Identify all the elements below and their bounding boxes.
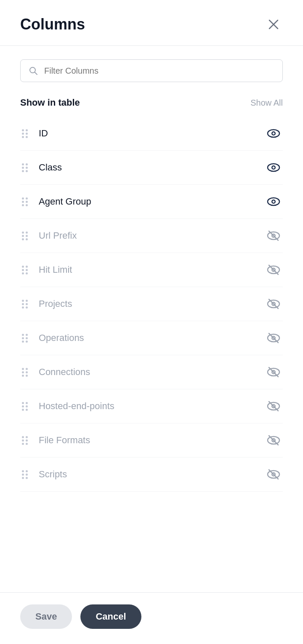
section-title: Show in table [20, 97, 80, 108]
svg-point-6 [273, 133, 275, 135]
column-label-agent-group: Agent Group [39, 196, 264, 207]
column-label-projects: Projects [39, 298, 264, 309]
visibility-toggle-operations[interactable] [264, 329, 283, 347]
close-button[interactable] [264, 15, 283, 34]
column-label-connections: Connections [39, 367, 264, 378]
show-all-button[interactable]: Show All [250, 98, 283, 108]
visibility-toggle-projects[interactable] [264, 295, 283, 313]
column-item-url-prefix: Url Prefix [20, 219, 283, 253]
column-item-class: Class [20, 151, 283, 185]
column-label-id: ID [39, 128, 264, 139]
column-item-scripts: Scripts [20, 458, 283, 492]
save-button[interactable]: Save [20, 604, 72, 629]
columns-panel: Columns Show in table Show All [0, 0, 303, 644]
visibility-toggle-hosted-end-points[interactable] [264, 397, 283, 415]
svg-line-3 [35, 72, 37, 75]
column-item-connections: Connections [20, 355, 283, 389]
section-header: Show in table Show All [20, 97, 283, 108]
drag-handle-id[interactable] [20, 128, 29, 140]
column-item-file-formats: File Formats [20, 423, 283, 458]
drag-handle-projects[interactable] [20, 298, 29, 310]
panel-body: Show in table Show All ID [0, 46, 303, 592]
column-label-operations: Operations [39, 333, 264, 343]
column-item-agent-group: Agent Group [20, 185, 283, 219]
drag-handle-agent-group[interactable] [20, 196, 29, 208]
search-container [20, 59, 283, 82]
visibility-toggle-id[interactable] [264, 124, 283, 143]
visibility-toggle-file-formats[interactable] [264, 431, 283, 450]
column-label-hit-limit: Hit Limit [39, 264, 264, 275]
drag-handle-hosted-end-points[interactable] [20, 400, 29, 412]
column-label-class: Class [39, 162, 264, 173]
svg-point-9 [273, 167, 275, 169]
search-input[interactable] [44, 66, 275, 76]
column-item-operations: Operations [20, 321, 283, 355]
drag-handle-connections[interactable] [20, 366, 29, 378]
visibility-toggle-scripts[interactable] [264, 465, 283, 484]
column-item-hosted-end-points: Hosted-end-points [20, 389, 283, 423]
visibility-toggle-url-prefix[interactable] [264, 226, 283, 245]
drag-handle-operations[interactable] [20, 332, 29, 344]
visibility-toggle-agent-group[interactable] [264, 192, 283, 211]
drag-handle-hit-limit[interactable] [20, 264, 29, 276]
column-label-scripts: Scripts [39, 469, 264, 480]
column-list: ID Class [20, 117, 283, 492]
visibility-toggle-class[interactable] [264, 158, 283, 177]
svg-point-12 [273, 201, 275, 203]
column-label-url-prefix: Url Prefix [39, 230, 264, 241]
column-label-hosted-end-points: Hosted-end-points [39, 401, 264, 412]
drag-handle-file-formats[interactable] [20, 434, 29, 447]
column-item-hit-limit: Hit Limit [20, 253, 283, 287]
drag-handle-scripts[interactable] [20, 468, 29, 481]
cancel-button[interactable]: Cancel [80, 604, 141, 629]
drag-handle-url-prefix[interactable] [20, 230, 29, 242]
column-item-id: ID [20, 117, 283, 151]
visibility-toggle-connections[interactable] [264, 363, 283, 381]
column-label-file-formats: File Formats [39, 435, 264, 446]
panel-title: Columns [20, 16, 85, 33]
search-icon [28, 66, 38, 76]
visibility-toggle-hit-limit[interactable] [264, 261, 283, 279]
drag-handle-class[interactable] [20, 162, 29, 174]
column-item-projects: Projects [20, 287, 283, 321]
panel-footer: Save Cancel [0, 592, 303, 644]
panel-header: Columns [0, 0, 303, 46]
